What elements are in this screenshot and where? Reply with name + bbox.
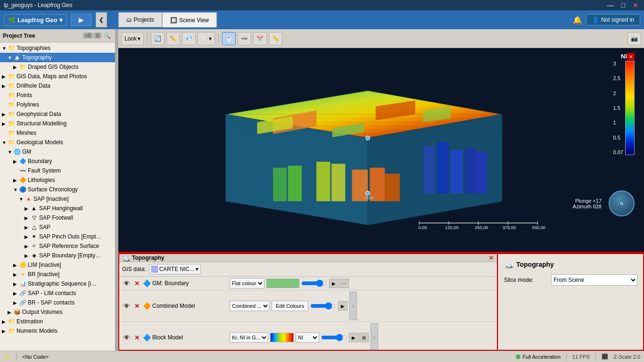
gis-select-button[interactable]: CARTE NIC... ▾ — [149, 264, 201, 274]
item-label: Lithologies — [28, 177, 55, 183]
visibility-gm-boundary[interactable]: 👁️ — [122, 279, 131, 288]
tree-item[interactable]: ▶🔷Boundary — [0, 156, 115, 166]
close-button[interactable]: ✕ — [631, 1, 640, 9]
legend-label-3: 3 — [613, 61, 623, 66]
gem-tool-button[interactable]: 💎 — [182, 32, 196, 45]
minimize-button[interactable]: — — [605, 1, 616, 9]
line-tool-button[interactable]: 〰️ — [238, 32, 251, 45]
clip-tool-button[interactable]: ✂️ — [253, 32, 267, 45]
measure-tool-button[interactable]: 📏 — [269, 32, 282, 45]
tree-item[interactable]: ▶△SAP — [0, 222, 115, 232]
tree-item[interactable]: ▶📁Drillhole Data — [0, 81, 115, 90]
tree-item[interactable]: ▶📁GIS Data, Maps and Photos — [0, 72, 115, 81]
draw-tool-button[interactable]: ✏️ — [166, 32, 180, 45]
delete-combined-model[interactable]: ✕ — [132, 302, 141, 310]
delete-gm-boundary[interactable]: ✕ — [132, 279, 141, 288]
tree-toolbar: +0 0 🔍 — [83, 32, 112, 40]
tree-item[interactable]: ▶📦Output Volumes — [0, 307, 115, 317]
channel-select-block-model[interactable]: NI — [296, 332, 319, 343]
style-select-combined-model[interactable]: Combined ... — [230, 301, 270, 311]
style-select-gm-boundary[interactable]: Flat colour — [230, 278, 264, 288]
expand-arrow: ▶ — [25, 225, 30, 230]
accel-label: Full Acceleration — [522, 354, 561, 360]
item-icon: 🔗 — [19, 299, 26, 306]
tree-item[interactable]: ▶📁Structural Modelling — [0, 119, 115, 128]
model-3d-view: 0,00 125,00 250,00 375,00 500,00 +800 — [156, 67, 587, 233]
app-logo[interactable]: 🌿 Leapfrog Geo ▾ — [4, 14, 67, 26]
item-label: Topography — [22, 54, 52, 61]
tree-item[interactable]: 📁Points — [0, 90, 115, 100]
tree-item[interactable]: ▼📁Topographies — [0, 43, 115, 53]
visibility-combined-model[interactable]: 👁️ — [122, 302, 131, 310]
tree-item[interactable]: ▶✧SAP Reference Surface — [0, 241, 115, 251]
delete-block-model[interactable]: ✕ — [132, 333, 141, 342]
settings-gm-boundary[interactable]: ⋯ — [339, 279, 349, 288]
layer-close-button[interactable]: ✕ — [488, 254, 494, 262]
tree-item[interactable]: ▼🏔️Topography — [0, 53, 115, 62]
camera-button[interactable]: 📷 — [627, 32, 641, 45]
grid-block[interactable]: ⊞ — [359, 333, 369, 342]
style-select-block-model[interactable]: Kr, NI in G... — [230, 332, 268, 343]
slice-mode-select[interactable]: From Scene None Single Front Back — [551, 274, 637, 286]
item-label: BR [inactive] — [28, 271, 59, 278]
tree-item[interactable]: ▶▽SAP Footwall — [0, 213, 115, 222]
svg-rect-23 — [385, 173, 400, 201]
legend-color-bar — [625, 61, 635, 155]
fly-to-block[interactable]: ▶ — [349, 333, 358, 342]
tree-item[interactable]: 📁Meshes — [0, 128, 115, 138]
tree-item[interactable]: ▶🔸BR [inactive] — [0, 270, 115, 279]
tree-item[interactable]: 〰️Fault System — [0, 166, 115, 175]
item-icon: 📁 — [8, 91, 15, 99]
tab-overflow-button[interactable]: ❮ — [96, 12, 107, 27]
tree-item[interactable]: ▶🔗SAP - LIM contacts — [0, 288, 115, 298]
opacity-slider-gm-boundary[interactable] — [301, 280, 327, 287]
item-label: Numeric Models — [17, 328, 58, 334]
tree-item[interactable]: ▼🔵Surface Chronology — [0, 185, 115, 194]
tree-item[interactable]: ▶◈SAP Boundary [Empty… — [0, 251, 115, 260]
visibility-block-model[interactable]: 👁️ — [122, 333, 131, 342]
tree-item[interactable]: ▶🔶Lithologies — [0, 175, 115, 185]
tree-item[interactable]: ▶📁Draped GIS Objects — [0, 62, 115, 72]
look-button[interactable]: Look ▾ — [121, 32, 144, 45]
tree-item[interactable]: ▶🔗BR - SAP contacts — [0, 298, 115, 307]
tree-search-button[interactable]: 🔍 — [102, 32, 112, 40]
item-label: SAP [inactive] — [33, 196, 68, 202]
fly-to-gm-boundary[interactable]: ▶ — [329, 279, 339, 288]
tree-item[interactable]: ▶📁Geophysical Data — [0, 109, 115, 119]
tab-projects[interactable]: 🗂 Projects — [118, 12, 162, 27]
item-icon: △ — [30, 223, 38, 231]
scroll-block[interactable]: ⋮ — [371, 323, 378, 351]
tree-item[interactable]: ▶📁Estimation — [0, 317, 115, 326]
opacity-slider-block-model[interactable] — [321, 334, 347, 341]
rotate-tool-button[interactable]: 🔄 — [151, 32, 165, 45]
play-button[interactable]: ▶ — [71, 14, 92, 26]
properties-panel: 🏔️ Topography Slice mode: From Scene Non… — [498, 253, 644, 351]
zscale-icon: ⬛ — [602, 354, 608, 360]
item-label: GIS Data, Maps and Photos — [17, 73, 87, 80]
item-label: SAP — [39, 224, 50, 230]
expand-arrow: ▼ — [13, 187, 19, 192]
opacity-slider-combined-model[interactable] — [310, 303, 336, 309]
tab-scene-view[interactable]: 🔲 Scene View — [162, 12, 217, 27]
edit-colors-combined[interactable]: Edit Colours — [272, 301, 308, 311]
tree-item[interactable]: ▶📊Stratigraphic Sequence [i… — [0, 279, 115, 288]
tree-item[interactable]: ▶🟡LIM [inactive] — [0, 260, 115, 270]
svg-text:+800: +800 — [364, 196, 374, 200]
tree-item[interactable]: ▶▲SAP Hangingwall — [0, 204, 115, 213]
expand-arrow: ▼ — [8, 55, 13, 60]
tree-item[interactable]: ▶📁Numeric Models — [0, 326, 115, 336]
tree-item[interactable]: 📁Polylines — [0, 100, 115, 109]
tree-item[interactable]: ▼🔺SAP [inactive] — [0, 194, 115, 204]
tree-item[interactable]: ▶✦SAP Pinch Outs [Empt… — [0, 232, 115, 241]
sign-in-button[interactable]: 👤 Not signed in — [586, 14, 640, 25]
maximize-button[interactable]: □ — [619, 1, 627, 9]
scroll-combined[interactable]: ⋮ — [349, 292, 357, 320]
color-swatch-gm-boundary[interactable] — [266, 279, 299, 288]
legend-close-button[interactable]: ✕ — [627, 53, 635, 60]
select-tool-button[interactable]: 🖱️ — [222, 32, 236, 45]
tree-item[interactable]: ▼🌐GM — [0, 147, 115, 156]
tree-item[interactable]: ▼📁Geological Models — [0, 138, 115, 147]
notification-bell[interactable]: 🔔 — [573, 16, 582, 25]
fly-to-combined[interactable]: ▶ — [338, 301, 347, 311]
box-select-button[interactable]: ⬜ ▾ — [198, 32, 215, 45]
